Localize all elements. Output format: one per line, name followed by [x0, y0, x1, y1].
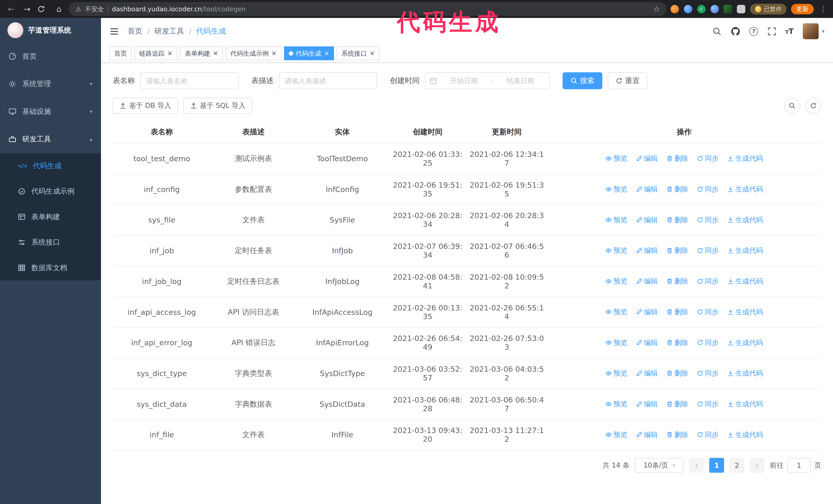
forward-icon[interactable]: → — [21, 4, 33, 14]
generate-code-link[interactable]: 生成代码 — [728, 246, 763, 255]
puzzle-extensions-icon[interactable] — [737, 5, 745, 13]
preview-link[interactable]: 预览 — [605, 369, 627, 378]
generate-code-link[interactable]: 生成代码 — [728, 400, 763, 409]
edit-link[interactable]: 编辑 — [636, 246, 658, 255]
preview-link[interactable]: 预览 — [605, 277, 627, 286]
delete-link[interactable]: 删除 — [666, 338, 688, 347]
edit-link[interactable]: 编辑 — [636, 277, 658, 286]
sidebar-item-dev-tools[interactable]: 研发工具 ▴ — [0, 125, 101, 153]
preview-link[interactable]: 预览 — [605, 185, 627, 194]
close-icon[interactable]: × — [324, 50, 329, 57]
preview-link[interactable]: 预览 — [605, 215, 627, 224]
close-icon[interactable]: × — [167, 50, 173, 57]
generate-code-link[interactable]: 生成代码 — [728, 277, 763, 286]
delete-link[interactable]: 删除 — [666, 215, 688, 224]
sidebar-item-form-builder[interactable]: 表单构建 — [0, 204, 101, 230]
goto-page-input[interactable] — [787, 458, 811, 473]
edit-link[interactable]: 编辑 — [636, 430, 658, 439]
sync-link[interactable]: 同步 — [697, 246, 719, 255]
generate-code-link[interactable]: 生成代码 — [728, 307, 763, 317]
tab-codegen-example[interactable]: 代码生成示例× — [226, 46, 282, 60]
close-icon[interactable]: × — [213, 50, 218, 57]
search-icon[interactable] — [713, 27, 721, 36]
toggle-search-button[interactable] — [784, 98, 800, 114]
delete-link[interactable]: 删除 — [666, 246, 688, 255]
address-bar[interactable]: ⚠ 不安全 dashboard.yudao.iocoder.cn/tool/co… — [69, 2, 666, 16]
back-icon[interactable]: ← — [5, 4, 17, 14]
sync-link[interactable]: 同步 — [697, 154, 719, 163]
generate-code-link[interactable]: 生成代码 — [728, 369, 763, 378]
generate-code-link[interactable]: 生成代码 — [728, 185, 763, 194]
edit-link[interactable]: 编辑 — [636, 369, 658, 378]
edit-link[interactable]: 编辑 — [636, 154, 658, 163]
profile-paused-chip[interactable]: 已暂停 — [750, 4, 786, 14]
sidebar-item-codegen-example[interactable]: 代码生成示例 — [0, 178, 101, 204]
hamburger-icon[interactable] — [110, 27, 119, 35]
date-range-picker[interactable]: 开始日期 - 结束日期 — [425, 72, 550, 89]
generate-code-link[interactable]: 生成代码 — [728, 154, 763, 163]
preview-link[interactable]: 预览 — [605, 430, 627, 439]
reload-icon[interactable] — [37, 5, 49, 13]
table-desc-input[interactable] — [279, 72, 377, 89]
extension-icon[interactable] — [684, 5, 692, 13]
sync-link[interactable]: 同步 — [697, 369, 719, 378]
tab-form-builder[interactable]: 表单构建× — [180, 46, 223, 60]
home-icon[interactable]: ⌂ — [53, 4, 65, 14]
help-icon[interactable]: ? — [749, 27, 758, 36]
github-icon[interactable] — [731, 27, 740, 36]
page-size-select[interactable]: 10条/页 ▾ — [635, 458, 684, 473]
delete-link[interactable]: 删除 — [666, 369, 688, 378]
preview-link[interactable]: 预览 — [605, 400, 627, 409]
edit-link[interactable]: 编辑 — [636, 185, 658, 194]
preview-link[interactable]: 预览 — [605, 154, 627, 163]
next-page-button[interactable]: › — [750, 458, 765, 473]
delete-link[interactable]: 删除 — [666, 154, 688, 163]
reset-button[interactable]: 重置 — [608, 72, 647, 89]
extension-icon[interactable] — [670, 5, 679, 13]
page-button-1[interactable]: 1 — [709, 458, 724, 473]
user-menu[interactable]: ▾ — [803, 23, 825, 39]
fullscreen-icon[interactable] — [767, 27, 776, 36]
search-button[interactable]: 搜索 — [563, 72, 602, 89]
delete-link[interactable]: 删除 — [666, 400, 688, 409]
edit-link[interactable]: 编辑 — [636, 215, 658, 224]
font-size-icon[interactable]: TT — [785, 27, 794, 35]
bookmark-star-icon[interactable]: ☆ — [653, 5, 660, 13]
sidebar-item-db-docs[interactable]: 数据库文档 — [0, 255, 101, 281]
tab-trace[interactable]: 链路追踪× — [134, 46, 177, 60]
logo-row[interactable]: 芋道管理系统 — [0, 18, 101, 42]
sync-link[interactable]: 同步 — [697, 215, 719, 224]
import-sql-button[interactable]: 基于 SQL 导入 — [183, 98, 252, 114]
generate-code-link[interactable]: 生成代码 — [728, 430, 763, 439]
extension-icon[interactable] — [711, 5, 719, 13]
browser-menu-icon[interactable]: ⋮ — [819, 5, 828, 13]
sidebar-item-system-api[interactable]: 系统接口 — [0, 230, 101, 255]
edit-link[interactable]: 编辑 — [636, 307, 658, 317]
extension-icon[interactable] — [723, 5, 732, 13]
close-icon[interactable]: × — [370, 50, 375, 57]
edit-link[interactable]: 编辑 — [636, 400, 658, 409]
delete-link[interactable]: 删除 — [666, 185, 688, 194]
breadcrumb-home[interactable]: 首页 — [127, 26, 142, 37]
delete-link[interactable]: 删除 — [666, 430, 688, 439]
preview-link[interactable]: 预览 — [605, 338, 627, 347]
import-db-button[interactable]: 基于 DB 导入 — [113, 98, 178, 114]
sync-link[interactable]: 同步 — [697, 338, 719, 347]
edit-link[interactable]: 编辑 — [636, 338, 658, 347]
sidebar-item-home[interactable]: 首页 — [0, 43, 101, 70]
browser-update-button[interactable]: 更新 — [791, 4, 814, 14]
sidebar-item-system[interactable]: 系统管理 ▾ — [0, 70, 101, 98]
sync-link[interactable]: 同步 — [697, 185, 719, 194]
close-icon[interactable]: × — [271, 50, 277, 57]
sync-link[interactable]: 同步 — [697, 430, 719, 439]
delete-link[interactable]: 删除 — [666, 277, 688, 286]
sidebar-item-infra[interactable]: 基础设施 ▾ — [0, 98, 101, 125]
page-button-2[interactable]: 2 — [730, 458, 744, 473]
extension-icon[interactable]: ✓ — [697, 5, 706, 13]
refresh-table-button[interactable] — [805, 98, 821, 114]
sidebar-item-codegen[interactable]: </> 代码生成 — [0, 153, 101, 178]
preview-link[interactable]: 预览 — [605, 246, 627, 255]
generate-code-link[interactable]: 生成代码 — [728, 338, 763, 347]
table-name-input[interactable] — [140, 72, 238, 89]
tab-home[interactable]: 首页 — [110, 46, 132, 60]
